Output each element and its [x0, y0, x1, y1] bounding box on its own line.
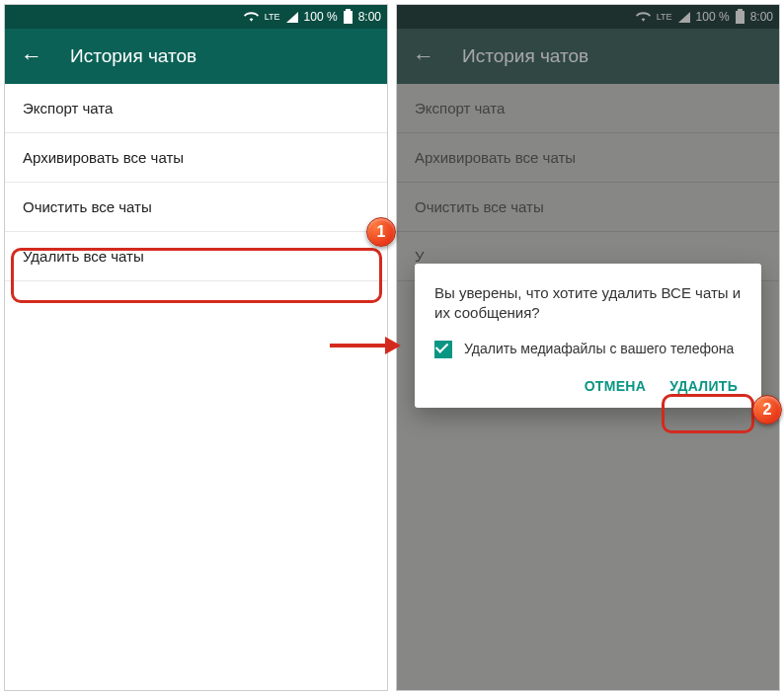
battery-icon	[344, 11, 353, 24]
battery-percent: 100 %	[304, 10, 338, 24]
status-bar: LTE 100 % 8:00	[5, 5, 387, 29]
signal-icon	[286, 12, 298, 23]
checkbox-icon[interactable]	[434, 341, 452, 358]
page-title: История чатов	[70, 45, 196, 67]
menu-delete-all[interactable]: Удалить все чаты	[5, 232, 387, 281]
cancel-button[interactable]: ОТМЕНА	[585, 378, 646, 394]
clock: 8:00	[358, 10, 381, 24]
app-bar: ← История чатов	[5, 29, 387, 84]
delete-media-option[interactable]: Удалить медиафайлы с вашего телефона	[434, 340, 742, 358]
menu-clear-all[interactable]: Очистить все чаты	[5, 183, 387, 232]
delete-button[interactable]: УДАЛИТЬ	[669, 378, 738, 394]
wifi-icon	[244, 10, 259, 25]
menu-archive-all[interactable]: Архивировать все чаты	[5, 133, 387, 183]
step-badge-2: 2	[752, 395, 782, 425]
step-badge-1: 1	[366, 217, 396, 247]
checkbox-label: Удалить медиафайлы с вашего телефона	[464, 340, 734, 357]
dialog-actions: ОТМЕНА УДАЛИТЬ	[434, 372, 742, 398]
dialog-message: Вы уверены, что хотите удалить ВСЕ чаты …	[434, 283, 742, 324]
back-icon[interactable]: ←	[21, 43, 42, 69]
network-type: LTE	[265, 13, 280, 22]
phone-right: LTE 100 % 8:00 ← История чатов Экспорт ч…	[396, 4, 780, 691]
confirm-dialog: Вы уверены, что хотите удалить ВСЕ чаты …	[415, 264, 761, 408]
menu-export-chat[interactable]: Экспорт чата	[5, 84, 387, 133]
settings-list: Экспорт чата Архивировать все чаты Очист…	[5, 84, 387, 281]
arrow-icon	[330, 338, 401, 353]
